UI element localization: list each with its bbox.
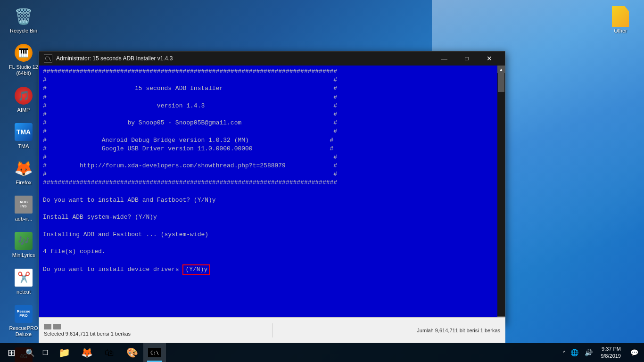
fl-studio-icon: 🎹 <box>14 43 33 62</box>
clock-date: 9/8/2019 <box>601 353 621 360</box>
desktop-icon-recycle-bin[interactable]: 🗑️ Recycle Bin <box>5 5 42 36</box>
terminal-line <box>43 222 494 230</box>
desktop-icon-other[interactable]: Other <box>602 5 639 36</box>
cmd-titlebar: C\ Administrator: 15 seconds ADB Install… <box>39 51 505 66</box>
cmd-window-controls: — □ ✕ <box>433 51 500 66</box>
file-manager-status-left: Selected 9,614,711 bit berisi 1 berkas <box>44 324 267 337</box>
terminal-line: # # <box>43 93 494 102</box>
terminal-line-drivers: Do you want to install device drivers (Y… <box>43 264 494 275</box>
terminal-line <box>43 256 494 264</box>
taskbar-clock[interactable]: 9:37 PM 9/8/2019 <box>596 346 626 360</box>
tray-chevron-icon[interactable]: ^ <box>561 350 567 355</box>
desktop-icon-fl-studio[interactable]: 🎹 FL Studio 12 (64bit) <box>5 41 42 79</box>
fm-icon-bar <box>44 324 267 329</box>
terminal-line: # Google USB Driver version 11.0.0000.00… <box>43 145 494 153</box>
start-icon: ⊞ <box>8 347 16 358</box>
notification-icon: 💬 <box>630 349 638 356</box>
terminal-line: # # <box>43 127 494 136</box>
start-button[interactable]: ⊞ <box>0 343 23 362</box>
terminal-line <box>43 188 494 196</box>
minilyrics-icon: 🎶 <box>14 231 33 250</box>
file-manager-status-right: Jumlah 9,614,711 bit berisi 1 berkas <box>277 328 501 333</box>
tma-label: TMA <box>18 143 29 149</box>
taskbar-app-explorer[interactable]: 📁 <box>53 343 75 362</box>
network-icon[interactable]: 🌐 <box>568 343 581 362</box>
terminal-line: # 15 seconds ADB Installer # <box>43 84 494 93</box>
terminal-line-adb-question: Do you want to install ADB and Fastboot?… <box>43 196 494 205</box>
task-view-button[interactable]: ❐ <box>38 343 53 362</box>
terminal-line: ########################################… <box>43 67 494 76</box>
aimp-icon: 🎵 <box>14 86 33 105</box>
clock-time: 9:37 PM <box>601 346 621 353</box>
recycle-bin-label: Recycle Bin <box>10 28 37 34</box>
terminal-line: # http://forum.xda-developers.com/showth… <box>43 162 494 170</box>
cmd-window-title: Administrator: 15 seconds ADB Installer … <box>56 55 433 62</box>
terminal-line: # version 1.4.3 # <box>43 102 494 110</box>
maximize-button[interactable]: □ <box>456 51 478 66</box>
rescuepro-label: RescuePRO Deluxe <box>9 325 38 337</box>
aimp-label: AIMP <box>17 107 30 113</box>
fm-icon-2 <box>53 324 61 329</box>
desktop-icon-tma[interactable]: TMA TMA <box>5 120 42 152</box>
terminal-line: # by Snoop05 - Snoop05B@gmail.com # <box>43 119 494 127</box>
volume-icon[interactable]: 🔊 <box>582 343 595 362</box>
task-view-icon: ❐ <box>42 349 49 356</box>
tma-icon: TMA <box>14 123 33 141</box>
firefox-icon: 🦊 <box>14 159 33 178</box>
file-manager-total-text: Jumlah 9,614,711 bit berisi 1 berkas <box>417 328 500 333</box>
notification-button[interactable]: 💬 <box>627 343 642 362</box>
rescuepro-icon: RescuePRO <box>14 304 33 323</box>
terminal-line <box>43 205 494 213</box>
terminal-line-system-wide: Install ADB system-wide? (Y/N)y <box>43 213 494 222</box>
highlighted-input: (Y/N)y <box>182 264 210 275</box>
terminal-line <box>43 239 494 247</box>
desktop-icon-netcut[interactable]: ✂️ netcut <box>5 266 42 297</box>
taskbar-app-firefox[interactable]: 🦊 <box>75 343 98 362</box>
paint-icon: 🎨 <box>126 347 138 358</box>
cmd-content: ########################################… <box>39 66 505 324</box>
netcut-label: netcut <box>17 289 31 295</box>
adb-icon: ADBINS <box>14 195 33 214</box>
desktop-icon-adb[interactable]: ADBINS adb-ir... <box>5 193 42 224</box>
taskbar-app-paint[interactable]: 🎨 <box>121 343 143 362</box>
minimize-button[interactable]: — <box>433 51 455 66</box>
cmd-terminal[interactable]: ########################################… <box>39 66 497 324</box>
terminal-line: # # <box>43 76 494 84</box>
file-manager-bar: Selected 9,614,711 bit berisi 1 berkas J… <box>39 317 505 343</box>
desktop-icon-firefox[interactable]: 🦊 Firefox <box>5 156 42 188</box>
recycle-bin-icon: 🗑️ <box>14 7 33 26</box>
desktop-icon-rescuepro[interactable]: RescuePRO RescuePRO Deluxe <box>5 302 42 340</box>
fm-icon-1 <box>44 324 51 329</box>
terminal-line: # Android Debug Bridge version 1.0.32 (M… <box>43 136 494 145</box>
scrollbar-up-button[interactable]: ▲ <box>497 66 505 73</box>
terminal-line-copied: 4 file(s) copied. <box>43 247 494 256</box>
desktop-icon-aimp[interactable]: 🎵 AIMP <box>5 84 42 115</box>
cmd-window-icon: C\ <box>44 54 52 63</box>
desktop-icon-minilyrics[interactable]: 🎶 MiniLyrics <box>5 229 42 261</box>
cmd-window: C\ Administrator: 15 seconds ADB Install… <box>39 51 505 324</box>
terminal-line: # # <box>43 170 494 179</box>
terminal-line: ########################################… <box>43 179 494 187</box>
adb-label: adb-ir... <box>15 216 33 222</box>
minilyrics-label: MiniLyrics <box>12 252 35 258</box>
firefox-taskbar-icon: 🦊 <box>81 347 93 358</box>
taskbar-apps: 📁 🦊 🛍 🎨 C:\ <box>53 343 559 362</box>
terminal-line: # # <box>43 153 494 162</box>
store-icon: 🛍 <box>105 347 114 358</box>
terminal-line: # # <box>43 110 494 119</box>
other-label: Other <box>614 28 627 34</box>
taskbar-search-button[interactable]: 🔍 <box>23 343 38 362</box>
explorer-icon: 📁 <box>58 347 70 358</box>
firefox-label: Firefox <box>16 180 32 186</box>
taskbar: ⊞ 🔍 ❐ 📁 🦊 🛍 🎨 C:\ <box>0 343 644 362</box>
scrollbar-thumb[interactable] <box>498 73 504 92</box>
scrollbar-track[interactable] <box>497 73 505 316</box>
desktop: 🗑️ Recycle Bin 🎹 FL Studio 12 (64bit) 🎵 … <box>0 0 644 362</box>
taskbar-app-cmd[interactable]: C:\ <box>143 343 166 362</box>
close-button[interactable]: ✕ <box>479 51 500 66</box>
taskbar-app-store[interactable]: 🛍 <box>98 343 121 362</box>
cmd-taskbar-icon: C:\ <box>148 348 161 357</box>
fl-studio-label: FL Studio 12 (64bit) <box>9 64 38 76</box>
cmd-scrollbar[interactable]: ▲ ▼ <box>497 66 505 324</box>
other-icon <box>611 7 630 26</box>
